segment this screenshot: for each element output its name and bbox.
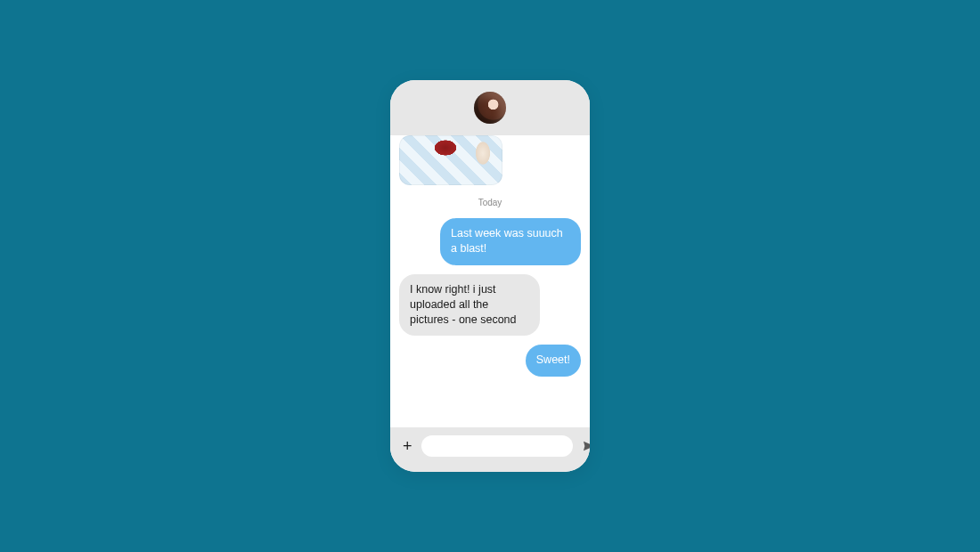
message-row: Last week was suuuch a blast! xyxy=(399,218,581,265)
sent-message-bubble[interactable]: Last week was suuuch a blast! xyxy=(440,218,581,265)
message-list[interactable]: Today Last week was suuuch a blast! I kn… xyxy=(390,135,590,427)
add-attachment-button[interactable]: + xyxy=(403,438,412,454)
date-divider: Today xyxy=(399,198,581,207)
chat-phone-frame: Today Last week was suuuch a blast! I kn… xyxy=(390,80,590,472)
message-row: I know right! i just uploaded all the pi… xyxy=(399,274,581,337)
received-message-bubble[interactable]: I know right! i just uploaded all the pi… xyxy=(399,274,540,337)
message-row: Sweet! xyxy=(399,345,581,377)
composer-bar: + xyxy=(390,427,590,472)
sent-message-bubble[interactable]: Sweet! xyxy=(526,345,581,377)
message-input[interactable] xyxy=(421,435,573,457)
send-button[interactable] xyxy=(582,438,590,454)
plus-icon: + xyxy=(403,438,412,454)
send-icon xyxy=(582,439,590,453)
chat-header xyxy=(390,80,590,135)
photo-attachment[interactable] xyxy=(399,135,502,185)
contact-avatar[interactable] xyxy=(474,92,506,124)
